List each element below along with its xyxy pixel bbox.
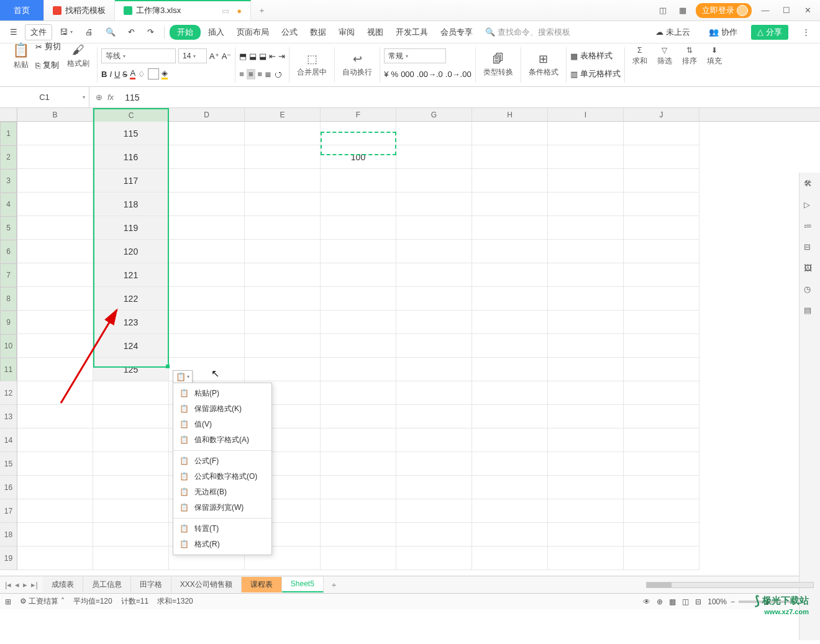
cell-G13[interactable] [396,405,472,429]
cell-H1[interactable] [472,122,548,145]
cell-B16[interactable] [17,476,93,499]
cell-H15[interactable] [472,452,548,476]
row-header-11[interactable]: 11 [0,358,17,381]
cell-G12[interactable] [396,381,472,405]
login-button[interactable]: 立即登录 [696,3,752,18]
cell-G6[interactable] [396,240,472,263]
cell-E3[interactable] [245,169,321,193]
tab-member[interactable]: 会员专享 [435,24,478,40]
cell-I2[interactable] [548,145,624,169]
cell-C3[interactable]: 117 [93,169,169,193]
cell-D2[interactable] [169,145,245,169]
more-icon[interactable]: ⋮ [797,24,815,40]
cell-E5[interactable] [245,216,321,240]
cell-G18[interactable] [396,523,472,546]
cell-J17[interactable] [624,499,699,523]
copy-button[interactable]: ⎘ 复制 [35,57,61,74]
cell-B6[interactable] [17,240,93,263]
italic-button[interactable]: I [109,70,112,79]
maximize-button[interactable]: ☐ [779,3,794,18]
align-justify-icon[interactable]: ≣ [265,70,271,79]
sp-book-icon[interactable]: ▤ [804,306,816,318]
cell-I5[interactable] [548,216,624,240]
cell-J11[interactable] [624,358,699,381]
sheet-prev-icon[interactable]: ◂ [15,580,19,589]
cell-J5[interactable] [624,216,699,240]
name-box[interactable]: C1▾ [0,87,89,107]
view-normal-icon[interactable]: ▦ [669,597,676,606]
sp-select-icon[interactable]: ▷ [804,200,816,212]
row-header-5[interactable]: 5 [0,216,17,240]
row-header-14[interactable]: 14 [0,429,17,452]
row-header-15[interactable]: 15 [0,452,17,476]
cell-F2[interactable]: 100 [321,145,396,169]
cell-F18[interactable] [321,523,396,546]
ctx-paste-valfmt[interactable]: 📋值和数字格式(A) [173,432,271,448]
layout-icon[interactable]: ◫ [656,4,670,17]
minimize-button[interactable]: — [758,3,773,18]
tab-view[interactable]: 视图 [362,24,388,40]
sheet-next-icon[interactable]: ▸ [23,580,27,589]
row-header-3[interactable]: 3 [0,169,17,193]
cell-E2[interactable] [245,145,321,169]
wrap-button[interactable]: ↩自动换行 [339,47,376,83]
indent-dec-icon[interactable]: ⇤ [269,52,276,61]
cell-G2[interactable] [396,145,472,169]
col-header-B[interactable]: B [17,108,93,121]
row-header-13[interactable]: 13 [0,405,17,429]
tab-template[interactable]: 找稻壳模板 [44,0,115,20]
tab-formula[interactable]: 公式 [276,24,303,40]
cell-C8[interactable]: 122 [93,287,169,311]
format-painter-button[interactable]: 🖌格式刷 [63,38,93,74]
cell-C15[interactable] [93,452,169,476]
font-select[interactable]: 等线▾ [101,48,176,63]
row-header-10[interactable]: 10 [0,334,17,358]
cell-J16[interactable] [624,476,699,499]
cell-G11[interactable] [396,358,472,381]
row-header-9[interactable]: 9 [0,311,17,334]
cell-G9[interactable] [396,311,472,334]
sheet-tab-员工信息[interactable]: 员工信息 [83,577,131,592]
cell-H5[interactable] [472,216,548,240]
tab-workbook[interactable]: 工作簿3.xlsx ▭ ● [115,0,251,20]
cell-J1[interactable] [624,122,699,145]
cell-E1[interactable] [245,122,321,145]
sp-settings-icon[interactable]: ≔ [804,221,816,234]
cell-F11[interactable] [321,358,396,381]
cell-B7[interactable] [17,263,93,287]
cut-button[interactable]: ✂ 剪切 [35,38,61,55]
cell-H8[interactable] [472,287,548,311]
sp-clock-icon[interactable]: ◷ [804,284,816,297]
cell-C14[interactable] [93,429,169,452]
ctx-paste-nobrd[interactable]: 📋无边框(B) [173,484,271,500]
inc-font-icon[interactable]: A⁺ [209,52,219,61]
sheet-last-icon[interactable]: ▸| [31,580,37,589]
cell-H6[interactable] [472,240,548,263]
cell-F13[interactable] [321,405,396,429]
cell-B9[interactable] [17,311,93,334]
zoom-control[interactable]: 100%−+ [708,597,803,606]
cell-G3[interactable] [396,169,472,193]
underline-button[interactable]: U [114,70,120,79]
cell-C2[interactable]: 116 [93,145,169,169]
cell-J18[interactable] [624,523,699,546]
cell-B11[interactable] [17,358,93,381]
cell-I3[interactable] [548,169,624,193]
new-tab-button[interactable]: ＋ [251,0,272,20]
cell-G5[interactable] [396,216,472,240]
sheet-first-icon[interactable]: |◂ [5,580,11,589]
cell-H14[interactable] [472,429,548,452]
cell-E6[interactable] [245,240,321,263]
strike-button[interactable]: S̶ [122,70,127,79]
size-select[interactable]: 14▾ [178,48,207,63]
orientation-icon[interactable]: ⭯ [274,70,282,79]
cell-H10[interactable] [472,334,548,358]
cell-G8[interactable] [396,287,472,311]
highlight-button[interactable]: ♢ [138,70,145,79]
cell-D8[interactable] [169,287,245,311]
cell-B4[interactable] [17,193,93,216]
apps-icon[interactable]: ▦ [676,4,690,17]
cell-H4[interactable] [472,193,548,216]
cell-E7[interactable] [245,263,321,287]
cell-I16[interactable] [548,476,624,499]
